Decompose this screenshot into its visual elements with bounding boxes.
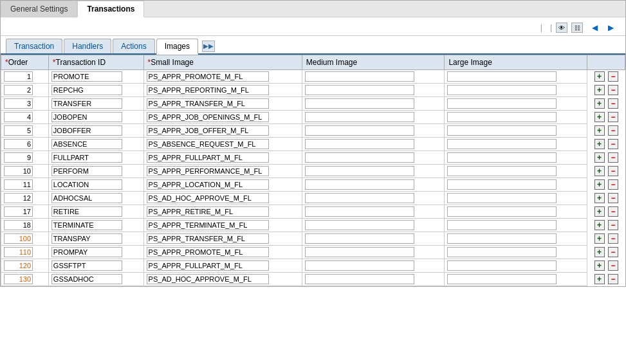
large-image-input[interactable] (447, 166, 557, 176)
medium-image-input[interactable] (305, 85, 414, 95)
tab-transaction[interactable]: Transaction (6, 39, 62, 53)
order-input[interactable] (4, 247, 33, 257)
order-input[interactable] (4, 98, 33, 109)
small-image-input[interactable] (147, 220, 269, 230)
transaction-id-input[interactable] (51, 125, 122, 136)
medium-image-input[interactable] (305, 166, 414, 176)
small-image-input[interactable] (147, 139, 269, 149)
transaction-id-input[interactable] (51, 206, 122, 217)
small-image-input[interactable] (147, 193, 269, 203)
transaction-id-input[interactable] (51, 274, 122, 284)
delete-row-button[interactable]: − (608, 206, 618, 217)
grid-icon-btn[interactable]: ☷ (571, 23, 583, 33)
order-input[interactable] (4, 220, 33, 230)
delete-row-button[interactable]: − (608, 166, 618, 176)
order-input[interactable] (4, 71, 33, 82)
add-row-button[interactable]: + (594, 220, 605, 230)
transaction-id-input[interactable] (51, 98, 122, 109)
delete-row-button[interactable]: − (608, 139, 618, 149)
large-image-input[interactable] (447, 260, 557, 271)
large-image-input[interactable] (447, 247, 557, 257)
small-image-input[interactable] (147, 233, 269, 244)
order-input[interactable] (4, 152, 33, 163)
add-row-button[interactable]: + (594, 260, 605, 271)
order-input[interactable] (4, 139, 33, 149)
prev-btn[interactable]: ◀ (591, 23, 599, 32)
delete-row-button[interactable]: − (608, 274, 618, 284)
delete-row-button[interactable]: − (608, 260, 618, 271)
delete-row-button[interactable]: − (608, 98, 618, 109)
small-image-input[interactable] (147, 166, 269, 176)
transaction-id-input[interactable] (51, 166, 122, 176)
add-row-button[interactable]: + (594, 85, 605, 95)
medium-image-input[interactable] (305, 193, 414, 203)
add-row-button[interactable]: + (594, 247, 605, 257)
order-input[interactable] (4, 85, 33, 95)
next-btn[interactable]: ▶ (607, 23, 615, 32)
medium-image-input[interactable] (305, 71, 414, 82)
view-icon-btn[interactable]: 👁 (556, 23, 567, 33)
medium-image-input[interactable] (305, 125, 414, 136)
order-input[interactable] (4, 233, 33, 244)
medium-image-input[interactable] (305, 112, 414, 122)
add-row-button[interactable]: + (594, 125, 605, 136)
small-image-input[interactable] (147, 260, 269, 271)
large-image-input[interactable] (447, 139, 557, 149)
tab-transactions[interactable]: Transactions (77, 1, 144, 17)
delete-row-button[interactable]: − (608, 125, 618, 136)
transaction-id-input[interactable] (51, 193, 122, 203)
large-image-input[interactable] (447, 220, 557, 230)
transaction-id-input[interactable] (51, 112, 122, 122)
small-image-input[interactable] (147, 85, 269, 95)
order-input[interactable] (4, 274, 33, 284)
delete-row-button[interactable]: − (608, 179, 618, 190)
large-image-input[interactable] (447, 274, 557, 284)
medium-image-input[interactable] (305, 233, 414, 244)
large-image-input[interactable] (447, 152, 557, 163)
add-row-button[interactable]: + (594, 274, 605, 284)
small-image-input[interactable] (147, 71, 269, 82)
add-row-button[interactable]: + (594, 98, 605, 109)
delete-row-button[interactable]: − (608, 71, 618, 82)
add-row-button[interactable]: + (594, 112, 605, 122)
order-input[interactable] (4, 206, 33, 217)
tab-handlers[interactable]: Handlers (64, 39, 111, 53)
order-input[interactable] (4, 125, 33, 136)
delete-row-button[interactable]: − (608, 220, 618, 230)
transaction-id-input[interactable] (51, 179, 122, 190)
transaction-id-input[interactable] (51, 220, 122, 230)
delete-row-button[interactable]: − (608, 233, 618, 244)
small-image-input[interactable] (147, 179, 269, 190)
order-input[interactable] (4, 112, 33, 122)
transaction-id-input[interactable] (51, 260, 122, 271)
medium-image-input[interactable] (305, 139, 414, 149)
medium-image-input[interactable] (305, 152, 414, 163)
small-image-input[interactable] (147, 98, 269, 109)
medium-image-input[interactable] (305, 206, 414, 217)
large-image-input[interactable] (447, 85, 557, 95)
transaction-id-input[interactable] (51, 152, 122, 163)
delete-row-button[interactable]: − (608, 247, 618, 257)
large-image-input[interactable] (447, 112, 557, 122)
add-row-button[interactable]: + (594, 152, 605, 163)
small-image-input[interactable] (147, 247, 269, 257)
delete-row-button[interactable]: − (608, 112, 618, 122)
small-image-input[interactable] (147, 274, 269, 284)
order-input[interactable] (4, 193, 33, 203)
delete-row-button[interactable]: − (608, 152, 618, 163)
small-image-input[interactable] (147, 206, 269, 217)
transaction-id-input[interactable] (51, 85, 122, 95)
small-image-input[interactable] (147, 112, 269, 122)
small-image-input[interactable] (147, 125, 269, 136)
order-input[interactable] (4, 166, 33, 176)
transaction-id-input[interactable] (51, 233, 122, 244)
medium-image-input[interactable] (305, 260, 414, 271)
order-input[interactable] (4, 260, 33, 271)
tab-actions[interactable]: Actions (113, 39, 154, 53)
transaction-id-input[interactable] (51, 71, 122, 82)
add-row-button[interactable]: + (594, 139, 605, 149)
medium-image-input[interactable] (305, 274, 414, 284)
delete-row-button[interactable]: − (608, 85, 618, 95)
large-image-input[interactable] (447, 125, 557, 136)
expand-tabs-icon[interactable]: ▶▶ (202, 41, 215, 52)
